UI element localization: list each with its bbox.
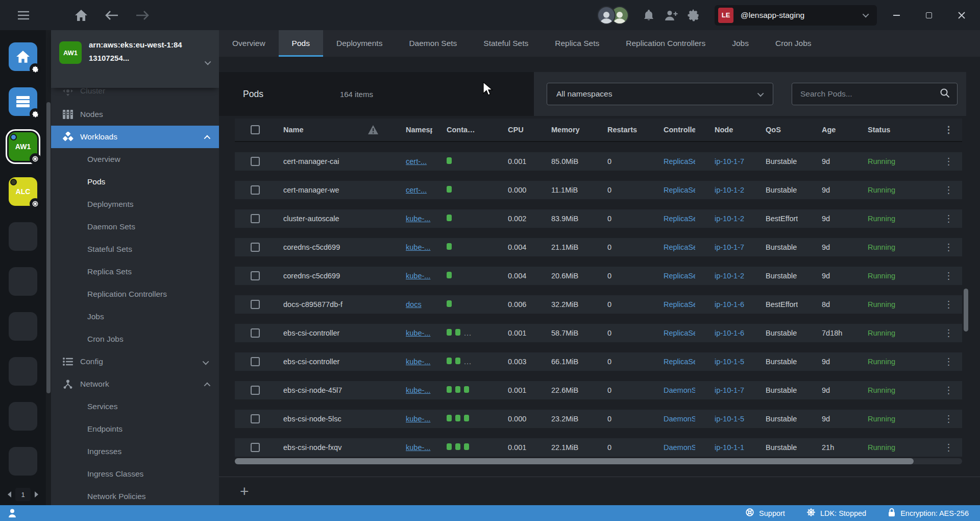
sidebar-item-cluster-partial[interactable]: Cluster: [51, 88, 219, 103]
statusbar-item-support[interactable]: Support: [745, 508, 785, 518]
column-header-age[interactable]: Age: [822, 126, 868, 134]
row-checkbox[interactable]: [251, 386, 260, 395]
column-header-node[interactable]: Node: [715, 126, 766, 134]
settings-gear-icon[interactable]: [685, 7, 702, 24]
controlled-by-link[interactable]: ReplicaSet: [664, 329, 695, 337]
controlled-by-link[interactable]: ReplicaSet: [664, 300, 695, 309]
namespace-link[interactable]: kube-...: [406, 415, 430, 423]
table-row[interactable]: ebs-csi-node-45l7kube-...0.00122.6MiB0Da…: [235, 381, 962, 399]
row-menu-button[interactable]: ⋮: [939, 300, 962, 309]
namespace-link[interactable]: kube-...: [406, 443, 430, 452]
hotbar-empty-slot[interactable]: [9, 222, 37, 251]
table-row[interactable]: cert-manager-wecert-...0.00011.1MiB0Repl…: [235, 181, 962, 199]
sidebar-item-replication-controllers[interactable]: Replication Controllers: [51, 283, 219, 305]
row-checkbox[interactable]: [251, 328, 260, 338]
column-header-status[interactable]: Status: [868, 126, 939, 134]
row-checkbox[interactable]: [251, 443, 260, 452]
sidebar-item-network[interactable]: Network: [51, 373, 219, 395]
table-row[interactable]: cluster-autoscalekube-...0.00283.9MiB0Re…: [235, 209, 962, 228]
tab-replica-sets[interactable]: Replica Sets: [542, 30, 612, 57]
node-link[interactable]: ip-10-1-6: [715, 300, 744, 309]
sidebar-item-jobs[interactable]: Jobs: [51, 305, 219, 328]
node-link[interactable]: ip-10-1-1: [715, 443, 744, 452]
sidebar-item-overview[interactable]: Overview: [51, 148, 219, 171]
horizontal-scrollbar-thumb[interactable]: [235, 458, 914, 464]
hotbar-empty-slot[interactable]: [9, 402, 37, 431]
namespace-link[interactable]: kube-...: [406, 358, 430, 366]
row-menu-button[interactable]: ⋮: [939, 271, 962, 280]
column-header-containers[interactable]: Containers: [447, 126, 508, 134]
namespace-link[interactable]: cert-...: [406, 186, 427, 194]
row-menu-button[interactable]: ⋮: [939, 328, 962, 338]
controlled-by-link[interactable]: DaemonSet: [664, 415, 695, 423]
namespace-link[interactable]: cert-...: [406, 157, 427, 165]
tab-cron-jobs[interactable]: Cron Jobs: [762, 30, 825, 57]
node-link[interactable]: ip-10-1-2: [715, 215, 744, 223]
statusbar-item-ldk-stopped[interactable]: LDK: Stopped: [806, 508, 866, 518]
window-close-button[interactable]: [957, 10, 967, 20]
controlled-by-link[interactable]: ReplicaSet: [664, 157, 695, 165]
sidebar-item-workloads[interactable]: Workloads: [51, 126, 219, 148]
column-header-memory[interactable]: Memory: [551, 126, 607, 134]
controlled-by-link[interactable]: DaemonSet: [664, 443, 695, 452]
row-checkbox[interactable]: [251, 243, 260, 252]
namespace-link[interactable]: kube-...: [406, 386, 430, 394]
search-input[interactable]: [800, 89, 940, 99]
controlled-by-link[interactable]: ReplicaSet: [664, 272, 695, 280]
sidebar-item-ingresses[interactable]: Ingresses: [51, 440, 219, 463]
node-link[interactable]: ip-10-1-7: [715, 157, 744, 165]
row-checkbox[interactable]: [251, 300, 260, 309]
table-row[interactable]: ebs-csi-controllerkube-......0.00158.7Mi…: [235, 324, 962, 342]
add-resource-button[interactable]: +: [240, 484, 249, 499]
table-row[interactable]: cert-manager-caicert-...0.00185.0MiB0Rep…: [235, 152, 962, 171]
user-avatars[interactable]: [597, 6, 629, 25]
node-link[interactable]: ip-10-1-6: [715, 329, 744, 337]
window-maximize-button[interactable]: [924, 10, 934, 20]
row-menu-button[interactable]: ⋮: [939, 386, 962, 395]
cluster-switcher[interactable]: AW1 arn:aws:eks:eu-west-1:8413107254...: [51, 30, 219, 88]
table-row[interactable]: docs-c895877db-fdocs0.00632.2MiB0Replica…: [235, 295, 962, 314]
user-icon[interactable]: [8, 509, 16, 517]
sidebar-item-pods[interactable]: Pods: [51, 171, 219, 193]
hotbar-home-button[interactable]: [9, 42, 37, 71]
namespace-link[interactable]: kube-...: [406, 272, 430, 280]
table-row[interactable]: ebs-csi-node-fxqvkube-...0.00122.1MiB0Da…: [235, 438, 962, 457]
node-link[interactable]: ip-10-1-2: [715, 186, 744, 194]
namespace-link[interactable]: kube-...: [406, 243, 430, 251]
controlled-by-link[interactable]: ReplicaSet: [664, 358, 695, 366]
sidebar-item-daemon-sets[interactable]: Daemon Sets: [51, 216, 219, 238]
row-menu-button[interactable]: ⋮: [939, 243, 962, 252]
namespace-link[interactable]: kube-...: [406, 215, 430, 223]
column-header-cpu[interactable]: CPU: [508, 126, 551, 134]
vertical-scrollbar-thumb[interactable]: [964, 289, 968, 331]
window-minimize-button[interactable]: [891, 10, 901, 20]
tab-jobs[interactable]: Jobs: [719, 30, 762, 57]
node-link[interactable]: ip-10-1-5: [715, 358, 744, 366]
column-header-controlled-by[interactable]: Controlled By: [664, 126, 715, 134]
forward-arrow-icon[interactable]: [135, 8, 150, 23]
warning-icon[interactable]: [368, 125, 406, 135]
menu-hamburger-icon[interactable]: [17, 11, 30, 20]
horizontal-scrollbar[interactable]: [235, 458, 962, 464]
hotbar-catalog-button[interactable]: [9, 87, 37, 116]
sidebar-item-endpoints[interactable]: Endpoints: [51, 418, 219, 440]
back-arrow-icon[interactable]: [104, 8, 119, 23]
table-row[interactable]: ebs-csi-controllerkube-......0.00366.1Mi…: [235, 352, 962, 371]
tab-pods[interactable]: Pods: [279, 30, 323, 57]
page-next-arrow[interactable]: [35, 491, 38, 498]
sidebar-scrollbar[interactable]: [46, 30, 51, 505]
row-checkbox[interactable]: [251, 357, 260, 366]
node-link[interactable]: ip-10-1-7: [715, 243, 744, 251]
tab-stateful-sets[interactable]: Stateful Sets: [470, 30, 542, 57]
row-menu-button[interactable]: ⋮: [939, 214, 962, 223]
row-checkbox[interactable]: [251, 214, 260, 223]
hotbar-empty-slot[interactable]: [9, 312, 37, 341]
table-menu-button[interactable]: ⋮: [939, 125, 962, 134]
row-checkbox[interactable]: [251, 271, 260, 280]
account-selector[interactable]: LE @lensapp-staging: [715, 5, 877, 26]
sidebar-item-replica-sets[interactable]: Replica Sets: [51, 260, 219, 283]
page-previous-arrow[interactable]: [8, 491, 11, 498]
column-header-restarts[interactable]: Restarts: [607, 126, 664, 134]
sidebar-item-ingress-classes[interactable]: Ingress Classes: [51, 463, 219, 485]
tab-deployments[interactable]: Deployments: [323, 30, 396, 57]
